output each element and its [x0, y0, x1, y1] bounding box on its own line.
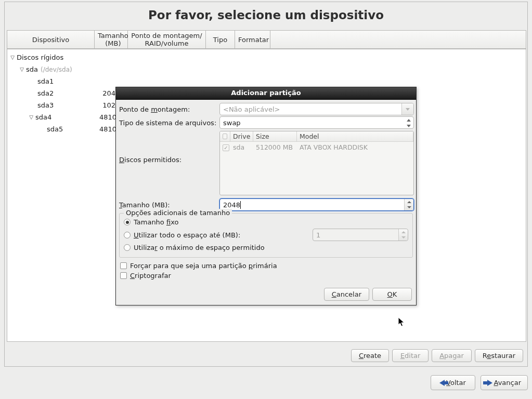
drives-col-drive[interactable]: Drive — [230, 131, 253, 141]
arrow-right-icon — [487, 380, 492, 386]
radio-fixed[interactable] — [124, 219, 131, 225]
force-primary-row[interactable]: Forçar para que seja uma partição primár… — [120, 262, 412, 270]
filesystem-value: swap — [223, 119, 241, 127]
next-button-text: Avançar — [494, 379, 522, 387]
chevron-down-icon — [406, 108, 410, 111]
mount-point-row: Ponto de montagem: <Não aplicável> — [118, 103, 414, 115]
delete-button: Apagar — [432, 349, 472, 362]
cancel-button[interactable]: Cancelar — [324, 288, 369, 301]
chevron-down-icon[interactable]: ▽ — [9, 55, 16, 60]
filesystem-combo[interactable]: swap — [219, 116, 414, 129]
nav-button-row: Voltar Avançar — [4, 375, 528, 390]
mount-point-combo: <Não aplicável> — [219, 103, 414, 115]
create-button[interactable]: Create — [351, 349, 389, 362]
col-device[interactable]: Dispositivo — [7, 31, 95, 48]
add-partition-dialog: Adicionar partição Ponto de montagem: <N… — [115, 87, 417, 305]
size-value: 2048 — [223, 201, 240, 209]
tree-sda5-label: sda5 — [47, 125, 93, 133]
tree-sda1[interactable]: sda1 — [7, 75, 526, 87]
radio-max[interactable] — [124, 244, 131, 251]
force-primary-label: Forçar para que seja uma partição primár… — [130, 262, 277, 270]
checkbox-header[interactable] — [223, 134, 227, 139]
tree-sda-path: (/dev/sda) — [41, 66, 72, 73]
col-type[interactable]: Tipo — [206, 31, 235, 48]
delete-button-text: Apagar — [439, 352, 464, 360]
dialog-button-row: Cancelar OK — [116, 284, 416, 305]
tree-root-label: Discos rígidos — [17, 54, 63, 61]
allowed-disks-row: Discos permitidos: Drive Size Model ✓ sd… — [118, 131, 414, 195]
drive-size: 512000 MB — [253, 143, 297, 151]
tree-sda2-size: 204 — [95, 89, 115, 97]
edit-button: Editar — [392, 349, 429, 362]
allowed-disks-label: Discos permitidos: — [118, 131, 219, 164]
drive-row-sda[interactable]: ✓ sda 512000 MB ATA VBOX HARDDISK — [220, 142, 413, 153]
encrypt-row[interactable]: Criptografar — [120, 272, 412, 280]
size-options-legend: Opções adicionais de tamanho — [124, 209, 232, 217]
mount-point-label: Ponto de montagem: — [118, 105, 219, 113]
ok-button[interactable]: OK — [372, 288, 412, 301]
tree-sda3-label: sda3 — [37, 101, 95, 109]
table-header-row: Dispositivo Tamanho (MB) Ponto de montag… — [7, 30, 526, 49]
opt-max-size[interactable]: Utilizar o máximo de espaço permitido — [124, 244, 408, 251]
tree-sda2-label: sda2 — [37, 89, 95, 97]
encrypt-checkbox[interactable] — [120, 272, 127, 279]
drives-header: Drive Size Model — [220, 131, 413, 142]
force-primary-checkbox[interactable] — [120, 262, 127, 269]
opt-max-label: Utilizar o máximo de espaço permitido — [134, 244, 265, 251]
tree-sda[interactable]: ▽ sda (/dev/sda) — [7, 63, 526, 75]
tree-sda-label: sda — [26, 65, 38, 73]
upto-input: 1 — [313, 229, 408, 241]
tree-root[interactable]: ▽ Discos rígidos — [7, 51, 526, 63]
col-mount[interactable]: Ponto de montagem/ RAID/volume — [128, 31, 206, 48]
opt-fill-upto[interactable]: Utilizar todo o espaço até (MB): 1 — [124, 229, 408, 241]
drives-col-model[interactable]: Model — [297, 131, 413, 141]
opt-fixed-label: Tamanho fixo — [134, 218, 178, 226]
drive-model: ATA VBOX HARDDISK — [297, 143, 413, 151]
edit-button-text: Editar — [400, 352, 421, 360]
tree-sda5-size: 4810 — [93, 125, 116, 133]
drive-name: sda — [230, 143, 253, 151]
tree-sda3-size: 102 — [95, 101, 115, 109]
encrypt-label: Criptografar — [130, 272, 171, 280]
filesystem-row: Tipo de sistema de arquivos: swap — [118, 116, 414, 129]
size-input[interactable]: 2048 — [219, 198, 414, 211]
size-options-group: Opções adicionais de tamanho Tamanho fix… — [119, 213, 413, 258]
tree-sda4-size: 4810 — [93, 113, 116, 121]
col-size[interactable]: Tamanho (MB) — [95, 31, 128, 48]
dialog-title: Adicionar partição — [116, 87, 416, 100]
tree-sda1-label: sda1 — [37, 77, 95, 85]
upto-spinner — [398, 229, 408, 241]
drive-checkbox: ✓ — [223, 144, 229, 151]
back-button[interactable]: Voltar — [431, 375, 475, 390]
allowed-disks-table[interactable]: Drive Size Model ✓ sda 512000 MB ATA VBO… — [219, 131, 414, 195]
tree-sda4-label: sda4 — [35, 113, 93, 121]
arrow-left-icon — [439, 380, 445, 386]
restore-button-text: Restaurar — [483, 352, 515, 360]
back-button-text: Voltar — [446, 379, 466, 387]
next-button[interactable]: Avançar — [481, 375, 528, 390]
chevron-down-icon[interactable]: ▽ — [28, 114, 34, 120]
page-title: Por favor, selecione um dispositivo — [5, 2, 527, 28]
main-button-row: Create Editar Apagar Restaurar — [5, 349, 527, 362]
filesystem-label: Tipo de sistema de arquivos: — [118, 119, 219, 127]
mount-point-value: <Não aplicável> — [223, 105, 280, 113]
col-format[interactable]: Formatar — [235, 31, 270, 48]
opt-fixed-size[interactable]: Tamanho fixo — [124, 218, 408, 226]
updown-icon — [406, 119, 411, 127]
opt-upto-label: Utilizar todo o espaço até (MB): — [134, 231, 309, 239]
radio-upto[interactable] — [124, 232, 131, 238]
restore-button[interactable]: Restaurar — [475, 349, 523, 362]
drives-col-size[interactable]: Size — [253, 131, 297, 141]
upto-value: 1 — [316, 231, 320, 239]
create-button-text: Create — [359, 352, 381, 360]
chevron-down-icon[interactable]: ▽ — [19, 66, 25, 72]
size-spinner[interactable] — [404, 199, 413, 210]
size-label: Tamanho (MB): — [118, 201, 219, 209]
